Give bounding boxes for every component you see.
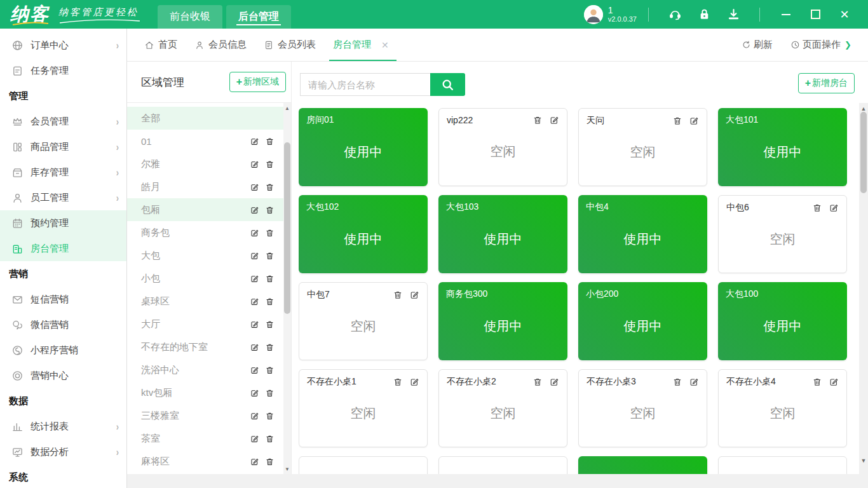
room-card[interactable]: 中包7空闲 xyxy=(299,282,428,360)
sidebar-item[interactable]: 任务管理 xyxy=(0,58,126,83)
tab-会员列表[interactable]: 会员列表 xyxy=(264,29,316,61)
area-row[interactable]: 桌球区 xyxy=(127,290,283,313)
sidebar-item[interactable]: 库存管理› xyxy=(0,159,126,185)
add-area-button[interactable]: + 新增区域 xyxy=(229,72,286,92)
edit-icon[interactable] xyxy=(250,228,259,238)
add-room-button[interactable]: + 新增房台 xyxy=(798,73,855,93)
edit-icon[interactable] xyxy=(250,274,259,283)
room-card-partial[interactable] xyxy=(578,456,707,474)
trash-icon[interactable] xyxy=(265,434,275,444)
sidebar-item[interactable]: 小程序营销 xyxy=(0,337,126,363)
scroll-up-icon[interactable]: ▲ xyxy=(283,104,291,112)
trash-icon[interactable] xyxy=(265,137,275,146)
trash-icon[interactable] xyxy=(265,228,275,238)
room-card[interactable]: 大包101使用中 xyxy=(718,108,847,186)
room-card-partial[interactable] xyxy=(718,456,847,474)
sidebar-item[interactable]: 数据分析› xyxy=(0,439,126,464)
top-nav-tab-backoffice[interactable]: 后台管理 xyxy=(226,5,291,29)
room-card[interactable]: 大包103使用中 xyxy=(438,195,567,273)
sidebar-item[interactable]: 会员管理› xyxy=(0,109,126,134)
sidebar-item[interactable]: 微信营销 xyxy=(0,312,126,337)
trash-icon[interactable] xyxy=(265,457,275,466)
edit-icon[interactable] xyxy=(250,137,259,146)
sidebar-item[interactable]: 员工管理› xyxy=(0,185,126,210)
edit-icon[interactable] xyxy=(250,182,259,192)
area-row[interactable]: 小包 xyxy=(127,267,283,290)
maximize-button[interactable] xyxy=(809,8,822,21)
trash-icon[interactable] xyxy=(265,274,275,283)
sidebar-item[interactable]: 统计报表› xyxy=(0,414,126,439)
scrollbar-thumb[interactable] xyxy=(860,112,867,193)
room-card[interactable]: 大包100使用中 xyxy=(718,282,847,360)
edit-icon[interactable] xyxy=(250,365,259,375)
area-row[interactable]: 包厢 xyxy=(127,198,283,221)
scrollbar-thumb[interactable] xyxy=(284,142,290,314)
area-row[interactable]: 大包 xyxy=(127,244,283,267)
edit-icon[interactable] xyxy=(250,388,259,398)
edit-icon[interactable] xyxy=(250,457,259,466)
room-card[interactable]: 大包102使用中 xyxy=(299,195,428,273)
room-card[interactable]: 中包6空闲 xyxy=(718,195,847,273)
sidebar-item[interactable]: 房台管理 xyxy=(0,236,126,261)
area-row[interactable]: 01 xyxy=(127,130,283,152)
edit-icon[interactable] xyxy=(250,411,259,421)
avatar[interactable] xyxy=(584,5,603,24)
edit-icon[interactable] xyxy=(250,320,259,329)
scroll-down-icon[interactable]: ▼ xyxy=(283,465,291,473)
edit-icon[interactable] xyxy=(250,159,259,169)
trash-icon[interactable] xyxy=(265,251,275,261)
room-card-partial[interactable] xyxy=(299,456,428,474)
area-row[interactable]: 三楼雅室 xyxy=(127,404,283,427)
room-card[interactable]: 不存在小桌2空闲 xyxy=(438,369,567,447)
area-row[interactable]: 洗浴中心 xyxy=(127,358,283,381)
area-row[interactable]: 茶室 xyxy=(127,427,283,450)
trash-icon[interactable] xyxy=(265,297,275,306)
scroll-down-icon[interactable]: ▼ xyxy=(859,456,868,465)
room-card[interactable]: 天问空闲 xyxy=(578,108,707,186)
room-card[interactable]: 小包200使用中 xyxy=(578,282,707,360)
minimize-button[interactable] xyxy=(780,8,792,21)
trash-icon[interactable] xyxy=(265,159,275,169)
area-row[interactable]: 皓月 xyxy=(127,175,283,198)
sidebar-item[interactable]: 短信营销 xyxy=(0,287,126,312)
page-operations-action[interactable]: 页面操作❯ xyxy=(790,39,851,51)
area-row[interactable]: ktv包厢 xyxy=(127,381,283,404)
room-card[interactable]: 不存在小桌3空闲 xyxy=(578,369,707,447)
tab-房台管理[interactable]: 房台管理✕ xyxy=(333,29,389,61)
room-card[interactable]: 不存在小桌4空闲 xyxy=(718,369,847,447)
support-icon[interactable] xyxy=(668,8,682,22)
area-row[interactable]: 麻将区 xyxy=(127,450,283,473)
user-info[interactable]: 1 v2.0.0.37 xyxy=(608,5,637,24)
area-row[interactable]: 尔雅 xyxy=(127,152,283,175)
trash-icon[interactable] xyxy=(265,205,275,215)
tab-会员信息[interactable]: 会员信息 xyxy=(194,29,247,61)
room-card-partial[interactable] xyxy=(438,456,567,474)
room-card[interactable]: 房间01使用中 xyxy=(299,108,428,186)
top-nav-tab-cashier[interactable]: 前台收银 xyxy=(158,5,222,29)
trash-icon[interactable] xyxy=(265,320,275,329)
lock-icon[interactable] xyxy=(697,8,711,22)
room-card[interactable]: 商务包300使用中 xyxy=(438,282,567,360)
sidebar-item[interactable]: 预约管理 xyxy=(0,210,126,236)
area-row[interactable]: 全部 xyxy=(127,107,283,130)
edit-icon[interactable] xyxy=(250,434,259,444)
area-list-scrollbar[interactable]: ▲ ▼ xyxy=(283,103,291,474)
room-card[interactable]: 中包4使用中 xyxy=(578,195,707,273)
area-row[interactable]: 不存在的地下室 xyxy=(127,336,283,358)
search-button[interactable] xyxy=(430,73,465,96)
rooms-scrollbar[interactable]: ▲ ▼ xyxy=(859,103,868,474)
download-icon[interactable] xyxy=(726,8,740,22)
sidebar-item[interactable]: 订单中心› xyxy=(0,32,126,58)
room-card[interactable]: vip222空闲 xyxy=(438,108,567,186)
edit-icon[interactable] xyxy=(250,342,259,352)
sidebar-item[interactable]: 营销中心 xyxy=(0,363,126,388)
trash-icon[interactable] xyxy=(265,342,275,352)
edit-icon[interactable] xyxy=(250,205,259,215)
area-row[interactable]: 大厅 xyxy=(127,313,283,336)
room-card[interactable]: 不存在小桌1空闲 xyxy=(299,369,428,447)
trash-icon[interactable] xyxy=(265,182,275,192)
trash-icon[interactable] xyxy=(265,365,275,375)
close-tab-icon[interactable]: ✕ xyxy=(381,40,389,50)
room-search-input[interactable] xyxy=(300,73,430,96)
edit-icon[interactable] xyxy=(250,297,259,306)
